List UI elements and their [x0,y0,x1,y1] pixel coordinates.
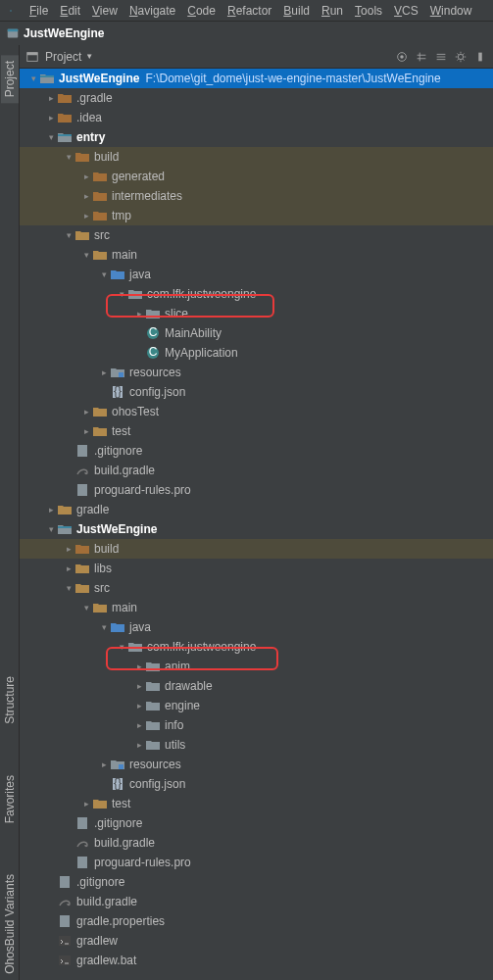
tree-row[interactable]: ▾build [20,147,493,167]
menu-run[interactable]: Run [316,2,349,20]
tree-row[interactable]: build.gradle [20,461,493,480]
menu-refactor[interactable]: Refactor [222,2,277,20]
chevron-down-icon[interactable]: ▾ [80,250,92,260]
tree-row[interactable]: ▸generated [20,167,493,186]
tree-row[interactable]: CMainAbility [20,323,493,343]
tree-row[interactable]: ▸test [20,794,493,813]
tree-row[interactable]: ▸info [20,715,493,735]
chevron-right-icon[interactable]: ▸ [80,191,92,201]
chevron-right-icon[interactable]: ▸ [98,760,110,769]
chevron-right-icon[interactable]: ▸ [133,309,145,318]
tree-row[interactable]: proguard-rules.pro [20,853,493,872]
sidebar-tab-project[interactable]: Project [1,55,19,103]
tree-row[interactable]: build.gradle [20,892,493,911]
tree-row[interactable]: ▸anim [20,657,493,676]
tree-row[interactable]: ▸slice [20,304,493,323]
menu-window[interactable]: Window [424,2,478,20]
tree-row[interactable]: CMyApplication [20,343,493,363]
tree-row[interactable]: ▸libs [20,559,493,578]
tree-row[interactable]: ▾entry [20,127,493,147]
chevron-right-icon[interactable]: ▸ [80,172,92,181]
chevron-right-icon[interactable]: ▸ [133,740,145,750]
tree-row[interactable]: build.gradle [20,833,493,853]
scroll-from-source-icon[interactable] [395,50,409,64]
tree-row[interactable]: ▸.idea [20,108,493,127]
chevron-down-icon[interactable]: ▾ [116,642,127,652]
tree-row[interactable]: ▸resources [20,755,493,774]
tree-row[interactable]: ▾src [20,225,493,245]
tree-row[interactable]: ▸test [20,421,493,441]
gear-icon[interactable] [454,50,468,64]
chevron-right-icon[interactable]: ▸ [80,799,92,808]
project-view-dropdown[interactable]: Project ▼ [45,50,93,64]
tree-row[interactable]: ▾java [20,617,493,637]
hide-panel-icon[interactable] [473,50,487,64]
tree-row[interactable]: gradlew.bat [20,951,493,970]
sidebar-tab-structure[interactable]: Structure [1,670,19,730]
tree-row[interactable]: ▸drawable [20,676,493,696]
tree-row[interactable]: {}config.json [20,382,493,402]
tree-row[interactable]: proguard-rules.pro [20,480,493,500]
tree-row[interactable]: ▸resources [20,363,493,382]
tree-row[interactable]: ▾JustWeEngineF:\Dome\git_dome\just-we-en… [20,69,493,88]
chevron-right-icon[interactable]: ▸ [133,701,145,710]
chevron-down-icon[interactable]: ▾ [27,74,39,83]
tree-row[interactable]: ▸intermediates [20,186,493,206]
tree-row[interactable]: ▸tmp [20,206,493,225]
chevron-right-icon[interactable]: ▸ [80,426,92,436]
chevron-down-icon[interactable]: ▾ [63,230,74,240]
tree-row[interactable]: .gitignore [20,441,493,461]
menu-file[interactable]: File [24,2,54,20]
tree-row[interactable]: .gitignore [20,813,493,833]
tree-row[interactable]: ▾src [20,578,493,598]
tree-row[interactable]: ▾com.lfk.justweengine [20,637,493,657]
tree-row[interactable]: gradlew [20,931,493,951]
tree-row[interactable]: ▾com.lfk.justweengine [20,284,493,304]
chevron-down-icon[interactable]: ▾ [45,132,57,142]
chevron-down-icon[interactable]: ▾ [63,152,74,162]
chevron-down-icon[interactable]: ▾ [116,289,127,299]
tree-row[interactable]: ▾java [20,265,493,284]
menu-vcs[interactable]: VCS [388,2,424,20]
chevron-down-icon[interactable]: ▾ [80,603,92,612]
chevron-right-icon[interactable]: ▸ [63,564,74,573]
tree-row[interactable]: ▸ohosTest [20,402,493,421]
chevron-down-icon[interactable]: ▾ [98,270,110,279]
chevron-right-icon[interactable]: ▸ [45,113,57,122]
tree-row[interactable]: ▸engine [20,696,493,715]
tree-row[interactable]: ▾main [20,245,493,265]
breadcrumb-label[interactable]: JustWeEngine [24,26,104,40]
tree-row[interactable]: ▸gradle [20,500,493,519]
chevron-down-icon[interactable]: ▾ [98,622,110,632]
tree-row[interactable]: .gitignore [20,872,493,892]
chevron-right-icon[interactable]: ▸ [98,368,110,377]
chevron-right-icon[interactable]: ▸ [80,211,92,220]
collapse-all-icon[interactable] [434,50,448,64]
chevron-right-icon[interactable]: ▸ [45,93,57,103]
tree-row[interactable]: ▾main [20,598,493,617]
menu-code[interactable]: Code [181,2,222,20]
chevron-right-icon[interactable]: ▸ [133,662,145,671]
menu-tools[interactable]: Tools [349,2,388,20]
menu-view[interactable]: View [86,2,123,20]
chevron-right-icon[interactable]: ▸ [63,544,74,554]
menu-edit[interactable]: Edit [54,2,86,20]
chevron-right-icon[interactable]: ▸ [133,720,145,730]
tree-row[interactable]: ▸build [20,539,493,559]
chevron-down-icon[interactable]: ▾ [45,524,57,534]
chevron-down-icon[interactable]: ▾ [63,583,74,593]
project-tree[interactable]: ▾JustWeEngineF:\Dome\git_dome\just-we-en… [20,69,493,980]
tree-row[interactable]: gradle.properties [20,911,493,931]
chevron-right-icon[interactable]: ▸ [80,407,92,416]
tree-row[interactable]: ▸.gradle [20,88,493,108]
sidebar-tab-favorites[interactable]: Favorites [1,769,19,829]
tree-row[interactable]: {}config.json [20,774,493,794]
expand-all-icon[interactable] [415,50,428,64]
tree-row[interactable]: ▾JustWeEngine [20,519,493,539]
chevron-right-icon[interactable]: ▸ [133,681,145,691]
chevron-right-icon[interactable]: ▸ [45,505,57,514]
sidebar-tab-ohosbuild-variants[interactable]: OhosBuild Variants [1,868,19,980]
menu-navigate[interactable]: Navigate [123,2,181,20]
tree-row[interactable]: ▸utils [20,735,493,755]
menu-build[interactable]: Build [277,2,316,20]
